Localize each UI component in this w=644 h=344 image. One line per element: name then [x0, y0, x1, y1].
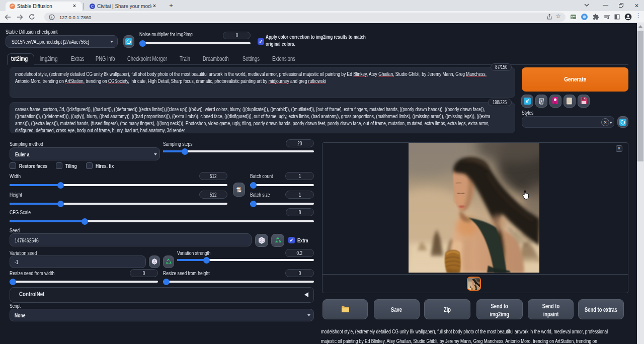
svg-text:C: C: [91, 4, 94, 9]
